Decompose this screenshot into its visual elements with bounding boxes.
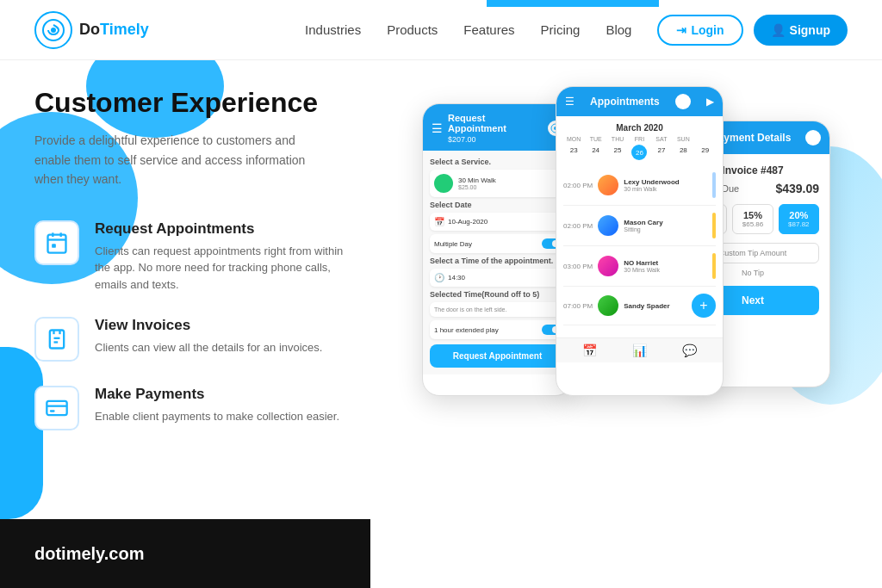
- addon-row[interactable]: 1 hour extended play: [430, 320, 565, 339]
- appt-item-4[interactable]: 07:00 PM Sandy Spader +: [563, 294, 716, 325]
- chat-footer-icon[interactable]: 💬: [682, 344, 697, 357]
- svg-rect-2: [48, 234, 66, 252]
- appt-item-2[interactable]: 02:00 PM Mason Cary Sitting: [563, 213, 716, 246]
- multiple-day-toggle[interactable]: Multiple Day: [430, 234, 565, 253]
- calendar-icon: [34, 220, 79, 265]
- navigation: DoTimely Industries Products Features Pr…: [0, 0, 882, 60]
- credit-card-icon: [34, 386, 79, 430]
- feature-request-appointments: Request Appointments Clients can request…: [34, 220, 405, 294]
- avatar-2: [598, 215, 618, 236]
- svg-rect-14: [50, 410, 55, 412]
- left-content: Customer Experience Provide a delightful…: [34, 86, 405, 588]
- avatar-1: [598, 175, 618, 195]
- avatar-3: [598, 256, 618, 276]
- nav-features[interactable]: Features: [463, 22, 514, 37]
- phone1-header: ☰ Request Appointment $207.00: [423, 104, 572, 151]
- appointment-list: 02:00 PM Lexy Underwood 30 min Walk 02:0…: [556, 167, 723, 337]
- signup-button[interactable]: 👤 Signup: [754, 15, 848, 46]
- appt-bar-3: [712, 253, 716, 279]
- time-select[interactable]: 🕑 14:30: [430, 269, 565, 287]
- cal-days-header: MON TUE THU FRI SAT SUN: [563, 136, 716, 142]
- svg-rect-6: [52, 244, 56, 248]
- service-item[interactable]: 30 Min Walk $25.00: [430, 170, 565, 197]
- calendar-footer-icon[interactable]: 📅: [582, 344, 597, 357]
- cal-icon: 📅: [434, 217, 444, 226]
- phone2-header: ☰ Appointments ▶: [556, 87, 723, 116]
- menu-icon-2: ☰: [565, 96, 575, 108]
- phone-appointments: ☰ Appointments ▶ March 2020 MON TUE THU …: [556, 86, 724, 396]
- appt-bar-1: [712, 172, 716, 198]
- page-title: Customer Experience: [34, 86, 405, 119]
- calendar-section: March 2020 MON TUE THU FRI SAT SUN 23 24…: [556, 116, 723, 167]
- avatar-4: [598, 295, 618, 316]
- features-list: Request Appointments Clients can request…: [34, 220, 405, 431]
- cal-days: 23 24 25 26 27 28 29: [563, 145, 716, 160]
- footer-strip: dotimely.com: [0, 519, 370, 588]
- feature-payments-text: Make Payments Enable client payments to …: [95, 386, 339, 425]
- phone2-logo: [675, 94, 691, 109]
- appt-bar-2: [712, 213, 716, 238]
- svg-rect-12: [47, 401, 66, 415]
- phone3-logo: [805, 130, 821, 145]
- page-subtitle: Provide a delightful experience to custo…: [34, 131, 327, 189]
- phones-area: ☰ Request Appointment $207.00 Select a S…: [422, 86, 848, 588]
- logo-icon: [34, 11, 72, 49]
- service-color: [434, 174, 453, 193]
- phone-request-appointment: ☰ Request Appointment $207.00 Select a S…: [422, 103, 573, 396]
- nav-industries[interactable]: Industries: [305, 22, 361, 37]
- feature-view-invoices: View Invoices Clients can view all the d…: [34, 317, 405, 362]
- top-accent-bar: [487, 0, 659, 7]
- nav-blog[interactable]: Blog: [606, 22, 631, 37]
- feature-request-text: Request Appointments Clients can request…: [95, 220, 353, 294]
- feature-invoices-text: View Invoices Clients can view all the d…: [95, 317, 322, 356]
- phone1-body: Select a Service. 30 Min Walk $25.00 Sel…: [423, 151, 572, 374]
- appt-item-3[interactable]: 03:00 PM NO Harriet 30 Mins Walk: [563, 253, 716, 287]
- appt-item-1[interactable]: 02:00 PM Lexy Underwood 30 min Walk: [563, 172, 716, 206]
- add-appt-btn[interactable]: +: [692, 294, 716, 318]
- reports-footer-icon[interactable]: 📊: [632, 344, 647, 357]
- logo-text: DoTimely: [79, 21, 149, 39]
- phone2-footer: 📅 📊 💬: [556, 337, 723, 362]
- request-appointment-button[interactable]: Request Appointment: [430, 344, 565, 368]
- today-marker[interactable]: 26: [631, 145, 647, 160]
- nav-pricing[interactable]: Pricing: [541, 22, 581, 37]
- footer-url: dotimely.com: [34, 544, 144, 564]
- login-icon: ⇥: [676, 23, 686, 37]
- feature-make-payments: Make Payments Enable client payments to …: [34, 386, 405, 430]
- nav-links: Industries Products Features Pricing Blo…: [305, 22, 631, 37]
- tip-20[interactable]: 20% $87.82: [779, 204, 819, 234]
- login-button[interactable]: ⇥ Login: [657, 15, 742, 46]
- date-row[interactable]: 📅 10-Aug-2020: [430, 213, 565, 231]
- hero-section: Customer Experience Provide a delightful…: [0, 60, 882, 588]
- clipboard-icon: [34, 317, 79, 362]
- play-icon: ▶: [706, 96, 714, 108]
- clock-icon: 🕑: [434, 273, 444, 282]
- nav-buttons: ⇥ Login 👤 Signup: [657, 15, 848, 46]
- signup-icon: 👤: [771, 23, 786, 37]
- menu-icon: ☰: [432, 121, 443, 135]
- logo[interactable]: DoTimely: [34, 11, 149, 49]
- svg-point-1: [51, 28, 56, 33]
- tip-15[interactable]: 15% $65.86: [732, 204, 773, 234]
- nav-products[interactable]: Products: [387, 22, 438, 37]
- note-field[interactable]: The door is on the left side.: [430, 302, 565, 317]
